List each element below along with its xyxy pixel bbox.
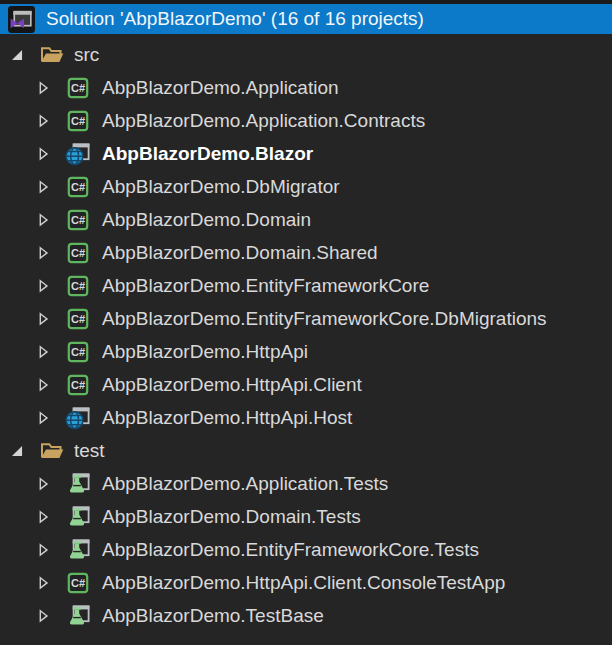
expander-collapsed-icon[interactable]: [35, 80, 51, 95]
solution-label: Solution 'AbpBlazorDemo' (16 of 16 proje…: [46, 8, 424, 30]
project-label: AbpBlazorDemo.HttpApi.Host: [102, 407, 352, 429]
expander-collapsed-icon[interactable]: [35, 608, 51, 623]
project-row-AbpBlazorDemo.EntityFrameworkCore.Tests[interactable]: AbpBlazorDemo.EntityFrameworkCore.Tests: [0, 533, 612, 566]
project-label: AbpBlazorDemo.EntityFrameworkCore.Tests: [102, 539, 479, 561]
test-project-icon: [64, 503, 92, 531]
web-project-icon: [64, 140, 92, 168]
expander-collapsed-icon[interactable]: [35, 146, 51, 161]
csharp-project-icon: C#: [64, 305, 92, 333]
expander-collapsed-icon[interactable]: [35, 212, 51, 227]
expander-collapsed-icon[interactable]: [35, 344, 51, 359]
project-label: AbpBlazorDemo.HttpApi: [102, 341, 308, 363]
svg-text:C#: C#: [71, 247, 85, 259]
svg-text:C#: C#: [71, 214, 85, 226]
project-row-AbpBlazorDemo.TestBase[interactable]: AbpBlazorDemo.TestBase: [0, 599, 612, 632]
project-row-AbpBlazorDemo.Application[interactable]: C#AbpBlazorDemo.Application: [0, 71, 612, 104]
project-label: AbpBlazorDemo.Application.Contracts: [102, 110, 425, 132]
project-row-AbpBlazorDemo.Application.Tests[interactable]: AbpBlazorDemo.Application.Tests: [0, 467, 612, 500]
project-row-AbpBlazorDemo.EntityFrameworkCore[interactable]: C#AbpBlazorDemo.EntityFrameworkCore: [0, 269, 612, 302]
expander-collapsed-icon[interactable]: [35, 179, 51, 194]
expander-collapsed-icon[interactable]: [35, 542, 51, 557]
project-row-AbpBlazorDemo.Application.Contracts[interactable]: C#AbpBlazorDemo.Application.Contracts: [0, 104, 612, 137]
visual-studio-solution-icon: [7, 5, 36, 34]
svg-text:C#: C#: [71, 346, 85, 358]
project-row-AbpBlazorDemo.DbMigrator[interactable]: C#AbpBlazorDemo.DbMigrator: [0, 170, 612, 203]
project-label: AbpBlazorDemo.Application.Tests: [102, 473, 388, 495]
group-label: src: [74, 44, 99, 66]
project-label: AbpBlazorDemo.Domain: [102, 209, 311, 231]
expander-collapsed-icon[interactable]: [35, 410, 51, 425]
project-label: AbpBlazorDemo.Domain.Shared: [102, 242, 378, 264]
project-row-AbpBlazorDemo.Blazor[interactable]: AbpBlazorDemo.Blazor: [0, 137, 612, 170]
svg-text:C#: C#: [71, 115, 85, 127]
project-label: AbpBlazorDemo.Blazor: [102, 143, 313, 165]
test-project-icon: [64, 470, 92, 498]
project-row-AbpBlazorDemo.Domain.Tests[interactable]: AbpBlazorDemo.Domain.Tests: [0, 500, 612, 533]
svg-text:C#: C#: [71, 313, 85, 325]
project-row-AbpBlazorDemo.HttpApi[interactable]: C#AbpBlazorDemo.HttpApi: [0, 335, 612, 368]
group-label: test: [74, 440, 105, 462]
expander-collapsed-icon[interactable]: [35, 278, 51, 293]
csharp-project-icon: C#: [64, 107, 92, 135]
solution-root-row[interactable]: Solution 'AbpBlazorDemo' (16 of 16 proje…: [0, 4, 612, 34]
csharp-project-icon: C#: [64, 272, 92, 300]
svg-text:C#: C#: [71, 280, 85, 292]
svg-text:C#: C#: [71, 181, 85, 193]
project-row-AbpBlazorDemo.Domain.Shared[interactable]: C#AbpBlazorDemo.Domain.Shared: [0, 236, 612, 269]
expander-expanded-icon[interactable]: [5, 443, 27, 458]
csharp-project-icon: C#: [64, 206, 92, 234]
expander-collapsed-icon[interactable]: [35, 575, 51, 590]
solution-tree: srcC#AbpBlazorDemo.ApplicationC#AbpBlazo…: [0, 34, 612, 632]
project-label: AbpBlazorDemo.Application: [102, 77, 339, 99]
expander-collapsed-icon[interactable]: [35, 476, 51, 491]
project-label: AbpBlazorDemo.EntityFrameworkCore: [102, 275, 429, 297]
project-row-AbpBlazorDemo.HttpApi.Host[interactable]: AbpBlazorDemo.HttpApi.Host: [0, 401, 612, 434]
folder-open-icon: [38, 41, 65, 68]
project-row-AbpBlazorDemo.EntityFrameworkCore.DbMigrations[interactable]: C#AbpBlazorDemo.EntityFrameworkCore.DbMi…: [0, 302, 612, 335]
expander-collapsed-icon[interactable]: [35, 377, 51, 392]
csharp-project-icon: C#: [64, 173, 92, 201]
svg-text:C#: C#: [71, 577, 85, 589]
project-label: AbpBlazorDemo.HttpApi.Client: [102, 374, 362, 396]
csharp-project-icon: C#: [64, 239, 92, 267]
expander-expanded-icon[interactable]: [5, 47, 27, 62]
tree-group-test[interactable]: test: [0, 434, 612, 467]
folder-open-icon: [38, 437, 65, 464]
expander-collapsed-icon[interactable]: [35, 509, 51, 524]
project-row-AbpBlazorDemo.Domain[interactable]: C#AbpBlazorDemo.Domain: [0, 203, 612, 236]
expander-collapsed-icon[interactable]: [35, 245, 51, 260]
project-label: AbpBlazorDemo.DbMigrator: [102, 176, 340, 198]
project-label: AbpBlazorDemo.TestBase: [102, 605, 324, 627]
project-label: AbpBlazorDemo.HttpApi.Client.ConsoleTest…: [102, 572, 505, 594]
csharp-project-icon: C#: [64, 338, 92, 366]
web-project-icon: [64, 404, 92, 432]
project-row-AbpBlazorDemo.HttpApi.Client.ConsoleTestApp[interactable]: C#AbpBlazorDemo.HttpApi.Client.ConsoleTe…: [0, 566, 612, 599]
project-label: AbpBlazorDemo.Domain.Tests: [102, 506, 361, 528]
csharp-project-icon: C#: [64, 371, 92, 399]
svg-text:C#: C#: [71, 379, 85, 391]
csharp-project-icon: C#: [64, 74, 92, 102]
expander-collapsed-icon[interactable]: [35, 311, 51, 326]
test-project-icon: [64, 602, 92, 630]
svg-text:C#: C#: [71, 82, 85, 94]
project-label: AbpBlazorDemo.EntityFrameworkCore.DbMigr…: [102, 308, 547, 330]
project-row-AbpBlazorDemo.HttpApi.Client[interactable]: C#AbpBlazorDemo.HttpApi.Client: [0, 368, 612, 401]
expander-collapsed-icon[interactable]: [35, 113, 51, 128]
tree-group-src[interactable]: src: [0, 38, 612, 71]
test-project-icon: [64, 536, 92, 564]
csharp-project-icon: C#: [64, 569, 92, 597]
